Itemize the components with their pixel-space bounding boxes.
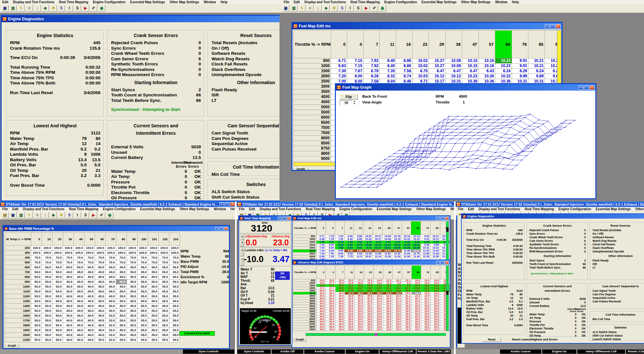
map-cell[interactable]: 100.0 <box>137 246 148 251</box>
row-header[interactable]: 8800 <box>293 326 317 328</box>
map-cell[interactable]: 35.0 <box>137 338 148 342</box>
app-titlebar[interactable]: DtS DTASwin Ver 17.01 ECU Version 17.02 … <box>0 202 235 207</box>
map-cell[interactable]: 35.0 <box>127 299 137 304</box>
map-cell[interactable]: 8.86 <box>354 235 363 238</box>
map-cell[interactable]: 100.0 <box>127 251 137 255</box>
map-cell[interactable]: 35.0 <box>158 289 169 294</box>
row-header[interactable]: 2500 <box>293 290 317 292</box>
map-cell[interactable]: 33.0 <box>431 318 440 320</box>
lock-icon[interactable]: ◈ <box>42 5 49 12</box>
map-cell[interactable]: 6.47 <box>429 69 445 74</box>
map-cell[interactable]: 45.0 <box>95 313 105 318</box>
row-header[interactable]: 8500 <box>293 320 317 323</box>
row-header[interactable]: 6000 <box>293 308 317 310</box>
map-cell[interactable]: 10.36 <box>411 247 421 250</box>
map-cell[interactable]: 100.0 <box>84 251 95 255</box>
map-cell[interactable]: 33.0 <box>393 320 402 323</box>
map-cell[interactable]: 7.15 <box>326 235 335 238</box>
row-header[interactable]: 3000 <box>294 84 331 89</box>
map-cell[interactable]: 100.0 <box>116 246 127 251</box>
map-cell[interactable]: 17.5 <box>383 290 393 292</box>
map-cell[interactable]: 100.0 <box>158 246 169 251</box>
map-cell[interactable]: 33.0 <box>383 318 393 320</box>
map-cell[interactable]: 35.0 <box>158 299 169 304</box>
col-header[interactable]: 10 <box>42 233 52 246</box>
map-cell[interactable]: 33.0 <box>393 323 402 326</box>
map-cell[interactable]: 8.78 <box>335 241 344 244</box>
map-cell[interactable]: 35.0 <box>137 270 148 275</box>
map-cell[interactable]: 7.30 <box>331 69 347 74</box>
map-cell[interactable]: 9.99 <box>512 74 528 79</box>
map-cell[interactable]: 14.7 <box>402 287 412 290</box>
map-cell[interactable]: 11.6 <box>383 284 393 287</box>
map-cell[interactable]: 50.0 <box>31 333 42 338</box>
map-cell[interactable]: 32.0 <box>105 318 116 323</box>
menu-item-essential-map-settings[interactable]: Essential Map Settings <box>128 0 167 4</box>
i-button-icon[interactable]: I <box>346 5 354 12</box>
map-cell[interactable]: 32.0 <box>105 328 116 333</box>
map-cell[interactable]: 33.0 <box>364 308 374 310</box>
map-cell[interactable]: 50.0 <box>31 318 42 323</box>
window-titlebar[interactable]: DtS Engine Diagnostics <box>2 16 279 22</box>
map-cell[interactable]: 40.0 <box>105 280 116 284</box>
map-cell[interactable]: 45.0 <box>95 275 105 280</box>
row-header[interactable]: 8800 <box>294 151 331 156</box>
map-cell[interactable]: 35.0 <box>137 280 148 284</box>
map-cell[interactable]: 50.0 <box>52 338 63 342</box>
row-header[interactable]: 800 <box>5 275 31 280</box>
map-cell[interactable]: 16.0 <box>393 290 402 292</box>
map-cell[interactable]: 35.0 <box>137 304 148 309</box>
map-cell[interactable]: 9.99 <box>421 244 431 247</box>
col-header[interactable]: 100 <box>137 233 148 246</box>
map-cell[interactable]: 100.0 <box>127 246 137 251</box>
map-cell[interactable]: 50.0 <box>52 328 63 333</box>
map-cell[interactable]: 10.31 <box>421 247 431 250</box>
map-cell[interactable]: 35.0 <box>137 299 148 304</box>
map-cell[interactable]: 33.0 <box>364 320 374 323</box>
col-header[interactable]: 102 <box>158 233 169 246</box>
map-cell[interactable]: 50.0 <box>31 294 42 299</box>
map-cell[interactable]: 10.23 <box>495 64 512 69</box>
map-cell[interactable]: 100.0 <box>116 251 127 255</box>
map-cell[interactable]: 23.9 <box>421 295 431 297</box>
map-cell[interactable]: 50.0 <box>52 313 63 318</box>
map-cell[interactable]: 40.0 <box>326 310 336 313</box>
minimize-button[interactable]: — <box>545 24 550 28</box>
map-cell[interactable]: 27.7 <box>326 282 336 284</box>
map-cell[interactable]: 33.0 <box>364 318 374 320</box>
row-header[interactable]: 9000 <box>294 156 331 162</box>
map-cell[interactable]: 40.0 <box>105 289 116 294</box>
play-icon[interactable]: ▶ <box>90 212 97 219</box>
map-cell[interactable]: 33.0 <box>412 318 421 320</box>
map-cell[interactable]: 50.0 <box>52 289 63 294</box>
row-header[interactable]: 600 <box>5 265 31 270</box>
map-cell[interactable]: 40.0 <box>326 295 336 297</box>
map-cell[interactable]: 33.0 <box>393 318 402 320</box>
map-cell[interactable]: 33.0 <box>355 315 364 318</box>
map-cell[interactable]: 35.0 <box>148 294 158 299</box>
row-header[interactable]: 4000 <box>293 297 317 300</box>
map-cell[interactable]: 16.0 <box>431 290 440 292</box>
map-cell[interactable]: 23.0 <box>431 292 440 295</box>
graph-tab[interactable]: Graph <box>5 344 19 348</box>
map-cell[interactable]: 33.0 <box>355 323 364 326</box>
map-cell[interactable]: 45.0 <box>95 309 105 313</box>
map-cell[interactable]: 33.0 <box>345 323 355 326</box>
maximize-button[interactable]: □ <box>584 85 589 90</box>
map-cell[interactable]: 17.4 <box>355 279 364 282</box>
map-cell[interactable]: 30.0 <box>383 300 393 302</box>
map-cell[interactable]: 35.0 <box>158 333 169 338</box>
map-cell[interactable]: 70.0 <box>63 260 73 265</box>
map-cell[interactable]: 33.0 <box>421 315 431 318</box>
map-cell[interactable]: 33.0 <box>412 310 421 313</box>
map-cell[interactable]: 35.0 <box>169 304 180 309</box>
map-cell[interactable]: 50.0 <box>42 280 52 284</box>
map-cell[interactable]: 50.0 <box>31 280 42 284</box>
map-cell[interactable]: 33.0 <box>374 310 383 313</box>
map-cell[interactable]: 40.0 <box>84 294 95 299</box>
map-cell[interactable]: 33.0 <box>374 313 383 315</box>
col-header[interactable]: 0 <box>316 221 326 235</box>
map-cell[interactable]: 10.15 <box>462 58 478 64</box>
row-header[interactable]: 2000 <box>293 244 317 247</box>
map-cell[interactable]: 11.44 <box>402 255 411 258</box>
